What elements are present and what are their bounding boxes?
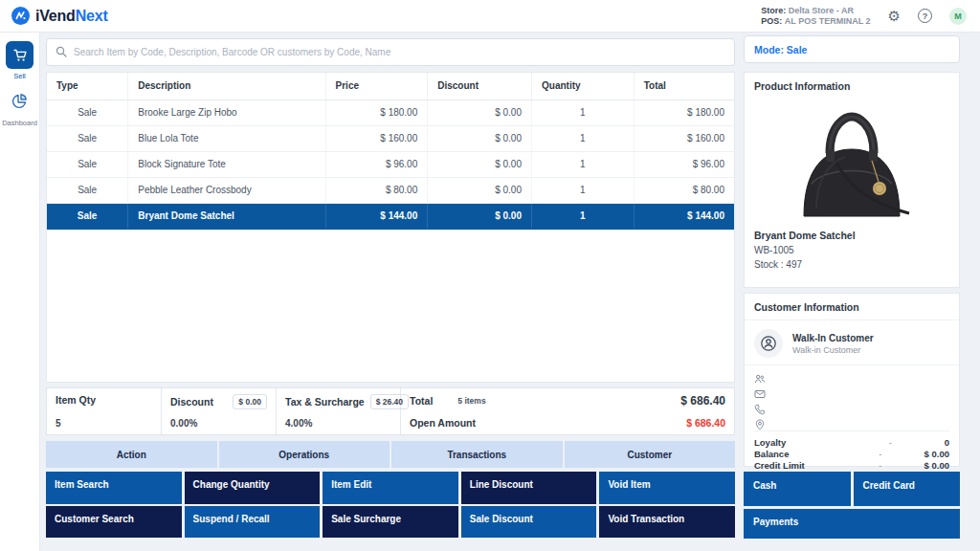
customer-search-button[interactable]: Customer Search [46, 506, 182, 538]
cell-type: Sale [47, 151, 128, 177]
stat-balance: Balance-$ 0.00 [754, 449, 949, 460]
cell-quantity: 1 [532, 125, 635, 151]
totals-summary-bar: Item Qty 5 Discount$ 0.00 0.00% Tax & Su… [46, 387, 735, 435]
product-information-panel: Product Information Bryant Dome Satchel … [744, 72, 960, 288]
cell-quantity: 1 [532, 151, 635, 177]
void-transaction-button[interactable]: Void Transaction [599, 506, 735, 538]
tab-transactions[interactable]: Transactions [391, 441, 563, 468]
total-cell: Total 5 items $ 686.40 Open Amount $ 686… [401, 388, 734, 434]
table-row[interactable]: SaleBlock Signature Tote$ 96.00$ 0.001$ … [47, 151, 734, 177]
sidebar-label-sell: Sell [13, 72, 26, 80]
table-row[interactable]: SaleBrooke Large Zip Hobo$ 180.00$ 0.001… [47, 99, 734, 125]
settings-gear-icon[interactable]: ⚙ [888, 9, 901, 23]
cell-quantity: 1 [532, 203, 635, 229]
credit-card-button[interactable]: Credit Card [854, 472, 961, 506]
table-row[interactable]: SaleBlue Lola Tote$ 160.00$ 0.001$ 160.0… [47, 125, 734, 151]
email-icon [754, 388, 949, 400]
payments-button[interactable]: Payments [744, 509, 960, 539]
pie-chart-icon [10, 92, 29, 115]
product-info-title: Product Information [754, 80, 949, 92]
item-search-bar[interactable] [46, 38, 735, 66]
cell-description: Pebble Leather Crossbody [128, 177, 325, 203]
pos-terminal-name: AL POS TERMINAL 2 [785, 16, 871, 26]
col-header-description: Description [128, 73, 325, 99]
cell-quantity: 1 [532, 177, 635, 203]
discount-cell[interactable]: Discount$ 0.00 0.00% [162, 388, 277, 434]
help-icon[interactable]: ? [918, 9, 932, 23]
table-row[interactable]: SaleBryant Dome Satchel$ 144.00$ 0.001$ … [47, 203, 734, 229]
sidebar-item-dashboard[interactable]: Dashboard [2, 92, 37, 127]
store-name: Delta Store - AR [789, 6, 854, 15]
customer-subtitle: Walk-in Customer [792, 345, 874, 355]
col-header-discount: Discount [428, 73, 532, 99]
cell-description: Block Signature Tote [128, 151, 325, 177]
item-search-button[interactable]: Item Search [46, 472, 182, 504]
product-image [754, 94, 949, 228]
cell-description: Blue Lola Tote [128, 125, 325, 151]
user-avatar[interactable]: M [949, 8, 967, 25]
customer-info-title: Customer Information [754, 301, 949, 313]
sale-surcharge-button[interactable]: Sale Surcharge [323, 506, 458, 538]
line-discount-button[interactable]: Line Discount [461, 472, 597, 504]
cell-price: $ 144.00 [325, 203, 428, 229]
cell-type: Sale [47, 99, 128, 125]
brand-logo: iVendNext [11, 7, 108, 25]
left-sidebar: Sell Dashboard [0, 33, 40, 551]
col-header-type: Type [47, 73, 128, 99]
action-button-grid: Item SearchChange QuantityItem EditLine … [46, 472, 735, 538]
suspend-recall-button[interactable]: Suspend / Recall [185, 506, 321, 538]
cash-button[interactable]: Cash [744, 472, 851, 506]
item-edit-button[interactable]: Item Edit [323, 472, 458, 504]
cell-price: $ 80.00 [325, 177, 428, 203]
cell-total: $ 144.00 [634, 203, 734, 229]
total-items-count: 5 items [457, 396, 680, 406]
cell-discount: $ 0.00 [428, 203, 532, 229]
item-qty-cell: Item Qty 5 [47, 388, 162, 434]
customer-avatar-icon [754, 329, 783, 358]
product-sku: WB-1005 [754, 245, 949, 255]
discount-amount-chip: $ 0.00 [233, 394, 267, 409]
tab-action[interactable]: Action [46, 441, 217, 468]
table-header-row: Type Description Price Discount Quantity… [47, 73, 734, 99]
sidebar-label-dashboard: Dashboard [2, 119, 37, 127]
col-header-quantity: Quantity [532, 73, 635, 99]
search-input[interactable] [74, 47, 725, 57]
col-header-price: Price [325, 73, 428, 99]
cell-type: Sale [47, 203, 128, 229]
tab-operations[interactable]: Operations [219, 441, 390, 468]
store-info: Store: Delta Store - AR POS: AL POS TERM… [761, 6, 870, 27]
col-header-total: Total [634, 73, 734, 99]
cart-icon [6, 41, 33, 69]
customer-name: Walk-In Customer [792, 333, 874, 343]
mode-indicator: Mode: Sale [744, 35, 960, 63]
app-header: iVendNext Store: Delta Store - AR POS: A… [0, 0, 980, 33]
item-qty-value: 5 [56, 418, 152, 429]
sale-items-table: Type Description Price Discount Quantity… [46, 72, 735, 383]
sidebar-item-sell[interactable]: Sell [6, 41, 33, 80]
cell-total: $ 180.00 [634, 99, 734, 125]
tax-surcharge-cell[interactable]: Tax & Surcharge$ 26.40 4.00% [277, 388, 401, 434]
change-quantity-button[interactable]: Change Quantity [185, 472, 321, 504]
cell-description: Brooke Large Zip Hobo [128, 99, 325, 125]
phone-icon [754, 404, 949, 415]
customer-identity[interactable]: Walk-In Customer Walk-in Customer [754, 329, 949, 358]
cell-type: Sale [47, 177, 128, 203]
cell-price: $ 180.00 [325, 99, 428, 125]
cell-price: $ 96.00 [325, 151, 428, 177]
search-icon [56, 44, 67, 61]
cell-total: $ 160.00 [634, 125, 734, 151]
customer-contact-icons [754, 373, 949, 430]
function-tabs: ActionOperationsTransactionsCustomer [46, 441, 735, 468]
stat-loyalty: Loyalty-0 [754, 437, 949, 449]
customer-information-panel: Customer Information Walk-In Customer Wa… [744, 293, 960, 467]
total-amount: $ 686.40 [680, 394, 725, 408]
void-item-button[interactable]: Void Item [599, 472, 735, 504]
table-row[interactable]: SalePebble Leather Crossbody$ 80.00$ 0.0… [47, 177, 734, 203]
quick-payment-buttons: CashCredit Card [744, 472, 960, 506]
product-stock: Stock : 497 [754, 259, 949, 270]
cell-description: Bryant Dome Satchel [128, 203, 325, 229]
tab-customer[interactable]: Customer [565, 441, 736, 468]
cell-discount: $ 0.00 [428, 125, 532, 151]
cell-total: $ 96.00 [634, 151, 734, 177]
sale-discount-button[interactable]: Sale Discount [461, 506, 597, 538]
